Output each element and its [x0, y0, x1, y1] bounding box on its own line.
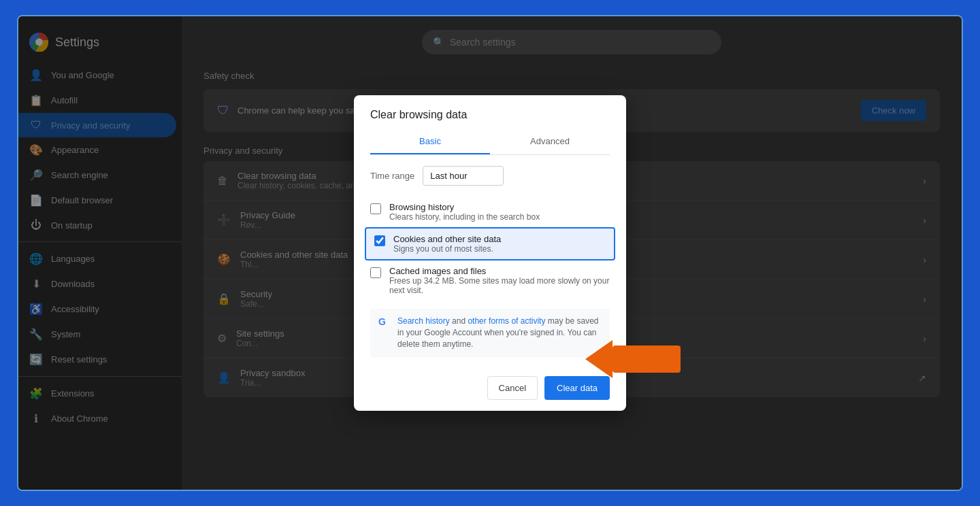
search-history-link[interactable]: Search history: [397, 316, 450, 326]
time-range-select[interactable]: Last hour Last 24 hours Last 7 days Last…: [423, 166, 504, 186]
modal-overlay: Clear browsing data Basic Advanced Time …: [18, 16, 962, 490]
dialog-tabs: Basic Advanced: [370, 129, 610, 155]
cancel-button[interactable]: Cancel: [487, 376, 538, 400]
clear-data-button[interactable]: Clear data: [544, 376, 610, 400]
cookies-row: Cookies and other site data Signs you ou…: [365, 227, 615, 260]
browsing-history-checkbox[interactable]: [370, 203, 381, 214]
browsing-history-sublabel: Clears history, including in the search …: [389, 212, 540, 222]
cached-images-sublabel: Frees up 34.2 MB. Some sites may load mo…: [389, 276, 610, 295]
time-range-row: Time range Last hour Last 24 hours Last …: [370, 166, 610, 186]
chrome-window: Settings 👤 You and Google 📋 Autofill 🛡 P…: [17, 15, 963, 491]
cookies-checkbox[interactable]: [374, 235, 385, 246]
tab-basic[interactable]: Basic: [370, 129, 490, 154]
cached-images-row: Cached images and files Frees up 34.2 MB…: [370, 260, 610, 301]
dialog-title: Clear browsing data: [370, 109, 610, 121]
dialog-body: Time range Last hour Last 24 hours Last …: [354, 155, 626, 367]
other-activity-link[interactable]: other forms of activity: [468, 316, 545, 326]
cookies-sublabel: Signs you out of most sites.: [393, 244, 501, 254]
time-range-label: Time range: [370, 171, 414, 181]
cached-images-checkbox[interactable]: [370, 267, 381, 278]
google-g-icon: G: [378, 316, 391, 328]
dialog-header: Clear browsing data Basic Advanced: [354, 95, 626, 155]
arrow-head: [585, 340, 612, 378]
cached-images-label: Cached images and files: [389, 266, 610, 276]
arrow-annotation: [585, 340, 681, 378]
browsing-history-label: Browsing history: [389, 202, 540, 212]
google-info-text: Search history and other forms of activi…: [397, 316, 602, 350]
tab-advanced[interactable]: Advanced: [490, 129, 610, 154]
google-info-row: G Search history and other forms of acti…: [370, 309, 610, 356]
arrow-body: [612, 345, 681, 373]
cookies-label: Cookies and other site data: [393, 234, 501, 244]
browsing-history-row: Browsing history Clears history, includi…: [370, 197, 610, 227]
clear-browsing-dialog: Clear browsing data Basic Advanced Time …: [354, 95, 626, 410]
